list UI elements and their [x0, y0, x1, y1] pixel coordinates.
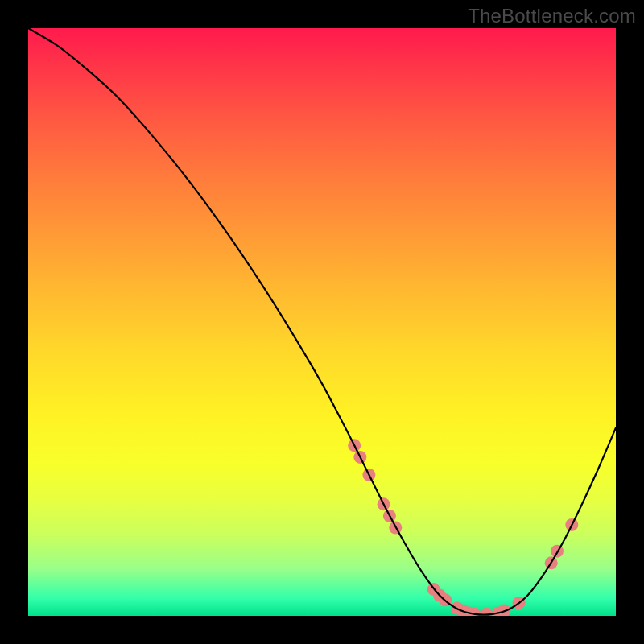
- curve-svg: [28, 28, 616, 616]
- markers-group: [348, 439, 578, 616]
- plot-area: [28, 28, 616, 616]
- bottleneck-curve: [28, 28, 616, 615]
- outer-frame: TheBottleneck.com: [0, 0, 644, 644]
- watermark-text: TheBottleneck.com: [468, 5, 636, 27]
